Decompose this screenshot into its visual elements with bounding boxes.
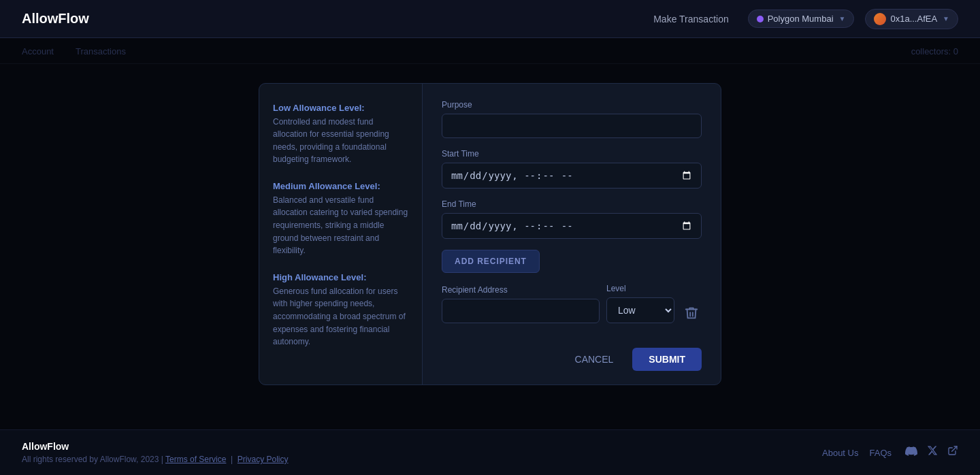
low-allowance-title: Low Allowance Level:: [273, 103, 408, 113]
purpose-group: Purpose: [442, 100, 702, 138]
end-time-label: End Time: [442, 199, 702, 209]
end-time-input[interactable]: [442, 213, 702, 239]
high-allowance-section: High Allowance Level: Generous fund allo…: [273, 272, 408, 348]
medium-allowance-section: Medium Allowance Level: Balanced and ver…: [273, 181, 408, 257]
high-allowance-desc: Generous fund allocation for users with …: [273, 285, 408, 348]
medium-allowance-desc: Balanced and versatile fund allocation c…: [273, 194, 408, 257]
external-link-icon[interactable]: [947, 445, 958, 460]
network-selector[interactable]: Polygon Mumbai ▼: [748, 10, 855, 28]
start-time-group: Start Time: [442, 149, 702, 189]
level-select[interactable]: Low Medium High: [606, 297, 674, 323]
footer-right: About Us FAQs: [822, 445, 958, 460]
network-dot-icon: [757, 16, 764, 22]
low-allowance-label: Low Allowance Level:: [273, 103, 365, 113]
submit-button[interactable]: SUBMIT: [632, 348, 702, 371]
footer-links: About Us FAQs: [822, 448, 892, 458]
delete-recipient-button[interactable]: [681, 303, 702, 323]
header: AllowFlow Make Transaction Polygon Mumba…: [0, 0, 980, 38]
high-allowance-title: High Allowance Level:: [273, 272, 408, 282]
low-allowance-section: Low Allowance Level: Controlled and mode…: [273, 103, 408, 166]
wallet-label: 0x1a...AfEA: [890, 14, 937, 24]
medium-allowance-label: Medium Allowance Level:: [273, 181, 380, 191]
modal-footer: CANCEL SUBMIT: [423, 340, 721, 384]
recipient-address-input[interactable]: [442, 299, 600, 323]
medium-allowance-title: Medium Allowance Level:: [273, 181, 408, 191]
footer-left: AllowFlow All rights reserved by AllowFl…: [22, 441, 289, 464]
high-allowance-label: High Allowance Level:: [273, 272, 367, 282]
modal-form: Purpose Start Time End Time ADD RECI: [423, 84, 721, 340]
wallet-chevron-icon: ▼: [943, 15, 949, 22]
add-recipient-button[interactable]: ADD RECIPIENT: [442, 250, 540, 273]
modal-left-panel: Low Allowance Level: Controlled and mode…: [259, 84, 423, 384]
end-time-group: End Time: [442, 199, 702, 239]
recipient-address-label: Recipient Address: [442, 285, 600, 295]
footer-social-icons: [905, 445, 958, 460]
trash-icon: [684, 306, 699, 321]
network-label: Polygon Mumbai: [768, 14, 834, 24]
x-twitter-icon[interactable]: [927, 445, 938, 460]
wallet-selector[interactable]: 0x1a...AfEA ▼: [865, 9, 958, 29]
header-right: Make Transaction Polygon Mumbai ▼ 0x1a..…: [645, 9, 958, 29]
wallet-avatar-icon: [874, 13, 886, 25]
modal-overlay: Low Allowance Level: Controlled and mode…: [0, 38, 980, 429]
level-label: Level: [606, 284, 674, 293]
logo: AllowFlow: [22, 11, 89, 27]
recipient-row: Recipient Address Level Low Medium High: [442, 284, 702, 323]
footer-copyright: All rights reserved by AllowFlow, 2023 |…: [22, 455, 289, 464]
purpose-input[interactable]: [442, 114, 702, 138]
purpose-label: Purpose: [442, 100, 702, 110]
level-group: Level Low Medium High: [606, 284, 674, 323]
modal-dialog: Low Allowance Level: Controlled and mode…: [259, 83, 721, 385]
about-us-link[interactable]: About Us: [822, 448, 858, 458]
low-allowance-desc: Controlled and modest fund allocation fo…: [273, 116, 408, 166]
make-transaction-button[interactable]: Make Transaction: [645, 10, 737, 29]
page-footer: AllowFlow All rights reserved by AllowFl…: [0, 429, 980, 475]
start-time-label: Start Time: [442, 149, 702, 159]
modal-right-panel: Purpose Start Time End Time ADD RECI: [423, 84, 721, 384]
main-content: Account Transactions collectors: 0 Low A…: [0, 38, 980, 429]
faqs-link[interactable]: FAQs: [869, 448, 892, 458]
discord-icon[interactable]: [905, 445, 917, 460]
privacy-link[interactable]: Privacy Policy: [238, 455, 289, 464]
footer-brand: AllowFlow: [22, 441, 289, 452]
cancel-button[interactable]: CANCEL: [564, 348, 625, 370]
svg-line-0: [952, 446, 957, 451]
start-time-input[interactable]: [442, 163, 702, 189]
recipient-address-group: Recipient Address: [442, 285, 600, 323]
network-chevron-icon: ▼: [839, 15, 846, 22]
terms-link[interactable]: Terms of Service: [165, 455, 226, 464]
